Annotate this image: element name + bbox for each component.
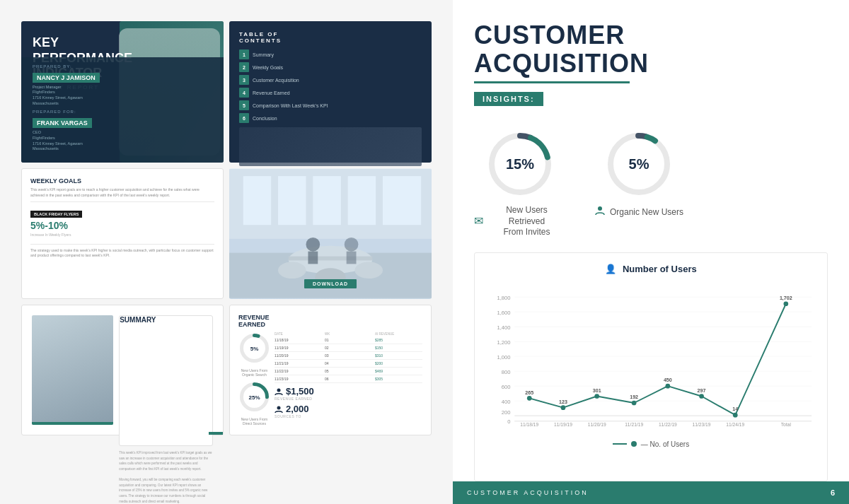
- toc-item: 4Revenue Earned: [239, 88, 422, 98]
- svg-text:1,600: 1,600: [497, 310, 510, 316]
- svg-text:11/21/19: 11/21/19: [625, 422, 643, 427]
- svg-rect-3: [278, 176, 306, 225]
- revenue-donut-25pct: 25%: [238, 381, 270, 413]
- revenue-donut-5pct: 5%: [238, 332, 270, 364]
- toc-item: 5Comparison With Last Week's KPI: [239, 100, 422, 110]
- svg-rect-16: [347, 252, 357, 264]
- data-point-1: [527, 396, 532, 401]
- black-badge: BLACK FRIDAY FLYERS: [30, 211, 82, 218]
- rev-table-row: 11/19/1902$150: [275, 346, 422, 352]
- toc-num: 1: [239, 49, 249, 59]
- prepared-by-label: PREPARED BY:: [33, 64, 212, 69]
- chart-legend: — No. of Users: [489, 440, 813, 448]
- legend-dot: [631, 441, 637, 447]
- name1-badge: NANCY J JAMISON: [33, 73, 100, 83]
- toc-text: Weekly Goals: [253, 65, 283, 70]
- toc-items: 1Summary2Weekly Goals3Customer Acquisiti…: [239, 49, 422, 123]
- person1-details: Project Manager FlightFinders 1716 Kinne…: [33, 85, 212, 107]
- svg-text:11/23/19: 11/23/19: [693, 422, 711, 427]
- data-point-3: [594, 394, 599, 399]
- summary-title: SUMMARY: [119, 315, 213, 446]
- metric-15pct: 15% ✉ New Users Retrieved From Invites: [474, 129, 566, 238]
- donut25-label: New Users FromDirect Sources: [241, 417, 268, 426]
- summary-body: This week's KPI improved from last week'…: [119, 450, 213, 504]
- rev-table-row: 11/21/1904$200: [275, 361, 422, 368]
- user-svg-icon: [594, 205, 606, 216]
- data-point-7: [733, 413, 738, 418]
- chart-wrapper: 1,800 1,600 1,400 1,200 1,000 800 600 40…: [489, 281, 813, 437]
- toc-num: 4: [239, 88, 249, 98]
- right-header: CUSTOMER ACQUISITION INSIGHTS:: [474, 21, 828, 120]
- right-panel: CUSTOMER ACQUISITION INSIGHTS: 15%: [453, 0, 849, 504]
- source-amount: 2,000: [286, 404, 309, 414]
- data-point-6: [699, 394, 704, 399]
- envelope-icon: ✉: [474, 214, 483, 229]
- kpi-bottom: PREPARED BY: NANCY J JAMISON Project Man…: [21, 57, 224, 163]
- goals-text: This week's KPI report goals are to reac…: [30, 187, 214, 198]
- svg-text:400: 400: [502, 399, 511, 405]
- goals-extra: The strategy used to make this week's KP…: [30, 248, 214, 259]
- svg-text:297: 297: [698, 388, 706, 394]
- svg-rect-14: [308, 252, 318, 264]
- office-inner: DOWNLOAD: [229, 168, 432, 299]
- svg-rect-6: [383, 176, 421, 225]
- person2-details: CEO FlightFinders 1716 Kinney Street, Ag…: [33, 130, 212, 152]
- toc-item: 1Summary: [239, 49, 422, 59]
- goals-title: WEEKLY GOALS: [30, 177, 214, 184]
- toc-text: Customer Acquisition: [253, 78, 299, 83]
- chart-area: 👤 Number of Users 1,800 1,600 1,400 1,20…: [474, 252, 828, 481]
- toc-title: TABLE OFCONTENTS: [239, 31, 422, 44]
- toc-text: Conclusion: [253, 116, 277, 121]
- rev-table-row: 11/18/1901$285: [275, 338, 422, 344]
- svg-text:200: 200: [502, 409, 511, 416]
- svg-text:800: 800: [502, 369, 511, 375]
- name2-badge: FRANK VARGAS: [33, 118, 92, 128]
- svg-rect-4: [313, 176, 340, 225]
- donut-5pct-container: 5%: [603, 129, 674, 199]
- rev-table-row: 11/23/1906$305: [275, 377, 422, 383]
- svg-rect-9: [289, 257, 372, 261]
- svg-text:11/20/19: 11/20/19: [588, 422, 606, 427]
- svg-text:1,702: 1,702: [780, 295, 792, 301]
- svg-text:123: 123: [559, 399, 567, 405]
- svg-point-15: [345, 238, 359, 252]
- toc-text: Comparison With Last Week's KPI: [253, 103, 328, 108]
- insights-badge: INSIGHTS:: [474, 92, 543, 106]
- toc-item: 2Weekly Goals: [239, 62, 422, 72]
- svg-text:600: 600: [502, 384, 511, 390]
- donut-15pct-label: 15%: [506, 156, 534, 172]
- slide-kpi: KEY PERFORMANCE INDICATOR WEEKLY REPORT …: [21, 21, 224, 163]
- slide-toc: TABLE OFCONTENTS 1Summary2Weekly Goals3C…: [229, 21, 432, 163]
- slide-summary: SUMMARY This week's KPI improved from la…: [21, 305, 224, 435]
- svg-point-31: [598, 206, 602, 211]
- svg-text:Total: Total: [781, 422, 792, 427]
- summary-text-area: SUMMARY This week's KPI improved from la…: [119, 315, 213, 425]
- download-button[interactable]: DOWNLOAD: [304, 279, 357, 288]
- prepared-for-label: PREPARED FOR:: [33, 110, 212, 114]
- toc-num: 5: [239, 100, 249, 110]
- svg-text:5%: 5%: [250, 346, 259, 352]
- svg-point-10: [278, 262, 306, 279]
- revenue-row: 5% New Users FromOrganic Search 25% New …: [238, 332, 422, 426]
- svg-point-23: [277, 388, 281, 392]
- svg-rect-2: [243, 176, 271, 225]
- toc-image: [239, 127, 422, 166]
- svg-text:0: 0: [507, 418, 510, 425]
- metric1-text: New Users Retrieved From Invites: [487, 205, 566, 238]
- toc-num: 2: [239, 62, 249, 72]
- svg-text:192: 192: [630, 394, 638, 400]
- source-label: SOURCES TO: [275, 414, 422, 418]
- person-icon-revenue: [275, 387, 283, 396]
- revenue-donuts: 5% New Users FromOrganic Search 25% New …: [238, 332, 270, 426]
- svg-point-24: [277, 406, 281, 409]
- revenue-title: REVENUE EARNED: [238, 314, 422, 328]
- toc-num: 3: [239, 75, 249, 85]
- revenue-table: DATE WK AI REVENUE 11/18/1901$28511/19/1…: [275, 332, 422, 426]
- svg-text:11/24/19: 11/24/19: [726, 422, 744, 427]
- metric2-text: Organic New Users: [610, 207, 683, 218]
- rev-table-row: 11/22/1905$469: [275, 369, 422, 375]
- metric1-desc: ✉ New Users Retrieved From Invites: [474, 205, 566, 238]
- slide-goals: WEEKLY GOALS This week's KPI report goal…: [21, 168, 224, 299]
- data-point-2: [561, 405, 566, 410]
- data-point-4: [632, 401, 637, 406]
